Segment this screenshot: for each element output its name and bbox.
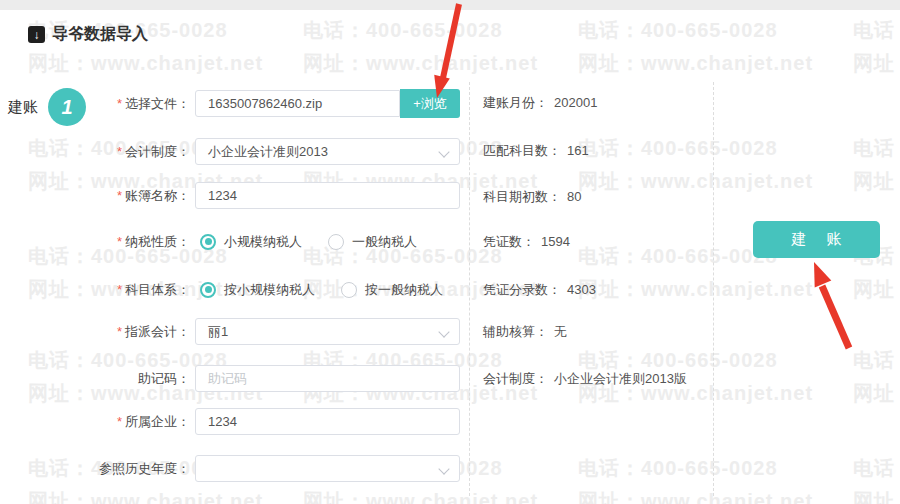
- summary-item: 匹配科目数：161: [483, 141, 589, 161]
- summary-item: 科目期初数：80: [483, 187, 581, 207]
- summary-item: 建账月份：202001: [483, 93, 597, 113]
- summary-item: 凭证分录数：4303: [483, 280, 596, 300]
- summary-value: 1594: [541, 234, 570, 249]
- summary-item: 会计制度：小企业会计准则2013版: [483, 369, 687, 389]
- summary-label: 辅助核算：: [483, 324, 548, 339]
- summary-label: 建账月份：: [483, 95, 548, 110]
- summary-item: 辅助核算：无: [483, 322, 567, 342]
- import-page: 电话：400-665-0028网址：www.chanjet.net电话：400-…: [0, 0, 900, 504]
- summary-value: 80: [567, 189, 581, 204]
- summary-value: 4303: [567, 282, 596, 297]
- summary-label: 会计制度：: [483, 371, 548, 386]
- summary-value: 161: [567, 143, 589, 158]
- summary-label: 科目期初数：: [483, 189, 561, 204]
- summary-label: 匹配科目数：: [483, 143, 561, 158]
- summary-item: 凭证数：1594: [483, 232, 570, 252]
- summary-value: 202001: [554, 95, 597, 110]
- summary-value: 无: [554, 324, 567, 339]
- summary-value: 小企业会计准则2013版: [554, 371, 687, 386]
- summary-label: 凭证数：: [483, 234, 535, 249]
- summary-label: 凭证分录数：: [483, 282, 561, 297]
- create-account-button[interactable]: 建 账: [753, 221, 880, 258]
